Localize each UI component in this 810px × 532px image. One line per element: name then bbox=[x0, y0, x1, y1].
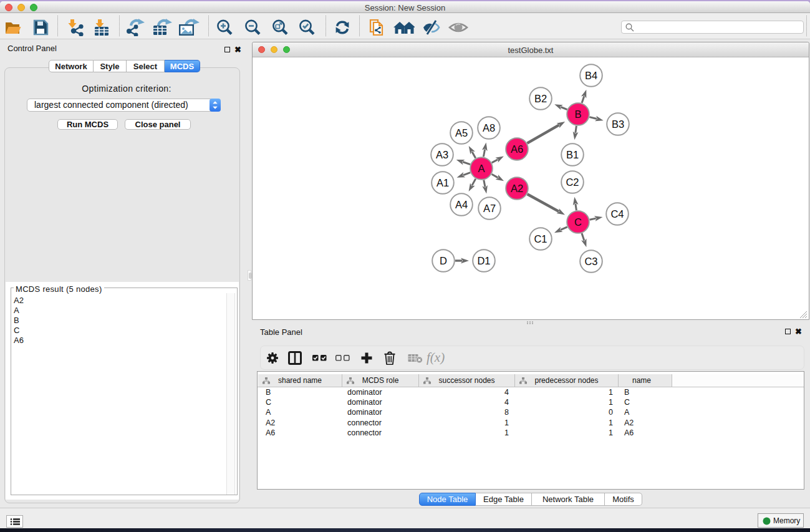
svg-text:A4: A4 bbox=[455, 199, 468, 210]
svg-text:B3: B3 bbox=[612, 118, 624, 130]
svg-text:C: C bbox=[574, 216, 582, 228]
svg-text:A1: A1 bbox=[436, 177, 449, 188]
svg-text:C3: C3 bbox=[584, 256, 597, 267]
svg-text:D: D bbox=[440, 255, 447, 266]
svg-text:A6: A6 bbox=[511, 143, 523, 155]
svg-text:A2: A2 bbox=[511, 183, 523, 194]
svg-text:A: A bbox=[478, 163, 485, 174]
svg-text:C2: C2 bbox=[566, 177, 579, 188]
svg-text:B: B bbox=[574, 109, 581, 120]
svg-text:B1: B1 bbox=[566, 149, 579, 160]
svg-text:C1: C1 bbox=[534, 233, 547, 244]
svg-text:A8: A8 bbox=[483, 122, 495, 133]
svg-text:A5: A5 bbox=[455, 127, 468, 138]
svg-text:A3: A3 bbox=[436, 149, 448, 160]
svg-text:C4: C4 bbox=[610, 208, 624, 220]
svg-text:B4: B4 bbox=[585, 70, 597, 81]
svg-text:A7: A7 bbox=[483, 203, 496, 214]
svg-text:B2: B2 bbox=[534, 93, 547, 104]
svg-text:D1: D1 bbox=[477, 255, 490, 266]
